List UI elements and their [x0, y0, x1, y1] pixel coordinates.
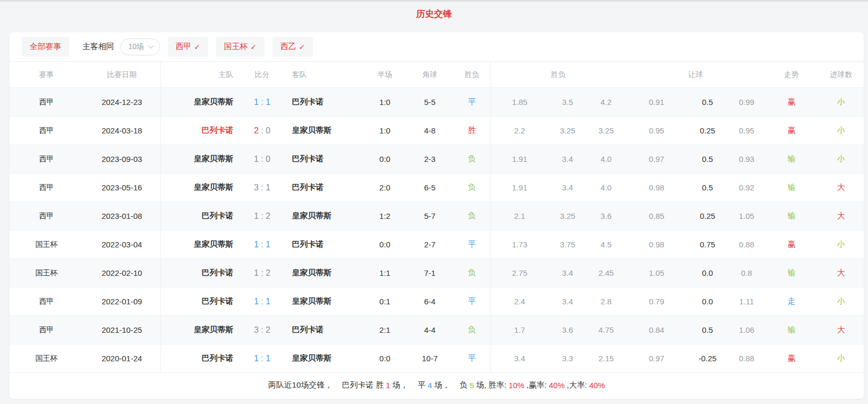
cell-odds-win: 2.75: [490, 259, 549, 287]
cell-goals-over-under: 大: [817, 202, 864, 230]
cell-home-team: 皇家贝蒂斯: [161, 316, 240, 344]
cell-handicap-trend: 输: [766, 316, 817, 344]
cell-odds-draw: 3.4: [549, 287, 587, 316]
score-away: 0: [266, 155, 270, 163]
cell-handicap-line: 0.0: [687, 259, 728, 287]
cell-odds-lose: 4.75: [587, 316, 626, 344]
all-matches-button[interactable]: 全部赛事: [22, 37, 69, 56]
cell-odds-draw: 3.4: [549, 259, 587, 287]
cell-result: 负: [454, 145, 490, 174]
summary-goalrate-label: ,大率:: [567, 380, 587, 390]
summary-win-unit: 场，: [392, 380, 408, 390]
cell-away-team: 巴列卡诺: [285, 316, 364, 344]
cell-odds-lose: 4.2: [587, 88, 626, 117]
league-filter-laliga[interactable]: 西甲 ✓: [168, 37, 209, 56]
cell-handicap-away: 0.8: [728, 259, 766, 287]
score-home: 1: [254, 268, 259, 277]
header-handicap-group: 让球: [626, 62, 766, 88]
table-row[interactable]: 西甲 2023-05-16 皇家贝蒂斯 3 : 1 巴列卡诺 2:0 6-5 负…: [10, 174, 864, 202]
cell-handicap-away: 0.88: [728, 230, 766, 259]
cell-result: 平: [454, 287, 490, 316]
cell-odds-draw: 3.75: [549, 230, 587, 259]
same-home-away-label: 主客相同: [82, 42, 114, 52]
table-row[interactable]: 国王杯 2022-03-04 皇家贝蒂斯 1 : 1 巴列卡诺 0:0 2-7 …: [10, 230, 864, 259]
cell-corner-kicks: 6-4: [406, 287, 454, 316]
cell-odds-lose: 3.25: [587, 117, 626, 145]
cell-handicap-away: 1.11: [728, 287, 766, 316]
cell-halftime-score: 1:1: [364, 259, 406, 287]
cell-home-team: 皇家贝蒂斯: [161, 230, 240, 259]
table-row[interactable]: 西甲 2023-09-03 皇家贝蒂斯 1 : 0 巴列卡诺 0:0 2-3 负…: [10, 145, 864, 174]
league-filter-segunda[interactable]: 西乙 ✓: [272, 37, 313, 56]
cell-odds-draw: 3.4: [549, 174, 587, 202]
table-row[interactable]: 西甲 2022-01-09 巴列卡诺 1 : 1 皇家贝蒂斯 0:1 6-4 平…: [10, 287, 864, 316]
table-row[interactable]: 西甲 2024-12-23 皇家贝蒂斯 1 : 1 巴列卡诺 1:0 5-5 平…: [10, 88, 864, 117]
cell-handicap-trend: 赢: [766, 88, 817, 117]
cell-odds-lose: 2.45: [587, 259, 626, 287]
cell-score: 1 : 1: [240, 230, 285, 259]
history-table: 赛事 比赛日期 主队 比分 客队 半场 角球 胜负 胜负 让球 走势 进球数 西…: [10, 61, 864, 373]
table-row[interactable]: 国王杯 2022-02-10 巴列卡诺 1 : 2 皇家贝蒂斯 1:1 7-1 …: [10, 259, 864, 287]
table-row[interactable]: 西甲 2023-01-08 巴列卡诺 1 : 2 皇家贝蒂斯 1:2 5-7 负…: [10, 202, 864, 230]
cell-handicap-line: 0.25: [687, 202, 728, 230]
table-row[interactable]: 西甲 2024-03-18 巴列卡诺 2 : 0 皇家贝蒂斯 1:0 4-8 胜…: [10, 117, 864, 145]
summary-draw-unit: 场，: [434, 380, 450, 390]
cell-score: 1 : 0: [240, 145, 285, 174]
score-home: 3: [254, 183, 259, 192]
cell-odds-lose: 4.0: [587, 145, 626, 174]
league-filter-copa-del-rey[interactable]: 国王杯 ✓: [216, 37, 265, 56]
cell-home-team: 皇家贝蒂斯: [161, 88, 240, 117]
cell-halftime-score: 0:0: [364, 145, 406, 174]
cell-home-team: 巴列卡诺: [161, 287, 240, 316]
league-filter-label: 西乙: [280, 42, 296, 52]
cell-result: 负: [454, 259, 490, 287]
header-date: 比赛日期: [83, 62, 161, 88]
cell-handicap-line: 0.5: [687, 316, 728, 344]
cell-corner-kicks: 5-5: [406, 88, 454, 117]
cell-odds-win: 1.7: [490, 316, 549, 344]
header-corner: 角球: [406, 62, 454, 88]
summary-prefix: 两队近10场交锋，: [268, 380, 333, 390]
cell-goals-over-under: 小: [817, 88, 864, 117]
score-away: 2: [266, 268, 270, 277]
cell-corner-kicks: 2-3: [406, 145, 454, 174]
table-row[interactable]: 西甲 2021-10-25 皇家贝蒂斯 3 : 2 巴列卡诺 2:1 4-4 负…: [10, 316, 864, 344]
cell-handicap-trend: 赢: [766, 344, 817, 373]
cell-handicap-home: 0.95: [626, 117, 687, 145]
cell-odds-lose: 4.5: [587, 230, 626, 259]
match-count-select[interactable]: 10场: [120, 39, 160, 55]
cell-odds-draw: 3.25: [549, 202, 587, 230]
cell-odds-draw: 3.25: [549, 117, 587, 145]
cell-date: 2023-09-03: [83, 145, 161, 174]
cell-score: 1 : 1: [240, 344, 285, 373]
cell-home-team: 巴列卡诺: [161, 259, 240, 287]
cell-handicap-home: 0.97: [626, 145, 687, 174]
score-home: 2: [254, 126, 259, 135]
summary-goalrate-value: 40%: [589, 381, 605, 390]
score-away: 2: [266, 211, 270, 220]
cell-odds-draw: 3.3: [549, 344, 587, 373]
summary-lose-count: 5: [469, 381, 474, 390]
table-row[interactable]: 国王杯 2020-01-24 巴列卡诺 1 : 1 皇家贝蒂斯 0:0 10-7…: [10, 344, 864, 373]
cell-odds-win: 2.4: [490, 287, 549, 316]
cell-result: 负: [454, 202, 490, 230]
summary-team: 巴列卡诺: [342, 380, 374, 390]
cell-handicap-trend: 输: [766, 174, 817, 202]
cell-score: 1 : 1: [240, 287, 285, 316]
cell-handicap-line: 0.75: [687, 230, 728, 259]
header-home: 主队: [161, 62, 240, 88]
cell-handicap-away: 0.88: [728, 344, 766, 373]
cell-date: 2020-01-24: [83, 344, 161, 373]
league-filter-label: 西甲: [176, 42, 192, 52]
cell-away-team: 巴列卡诺: [285, 88, 364, 117]
cell-goals-over-under: 大: [817, 259, 864, 287]
cell-corner-kicks: 4-4: [406, 316, 454, 344]
cell-handicap-away: 0.99: [728, 88, 766, 117]
cell-score: 1 : 2: [240, 259, 285, 287]
cell-odds-draw: 3.6: [549, 316, 587, 344]
cell-away-team: 皇家贝蒂斯: [285, 287, 364, 316]
cell-odds-win: 1.85: [490, 88, 549, 117]
top-strip: [0, 0, 868, 2]
header-score: 比分: [240, 62, 285, 88]
score-away: 1: [266, 297, 270, 306]
